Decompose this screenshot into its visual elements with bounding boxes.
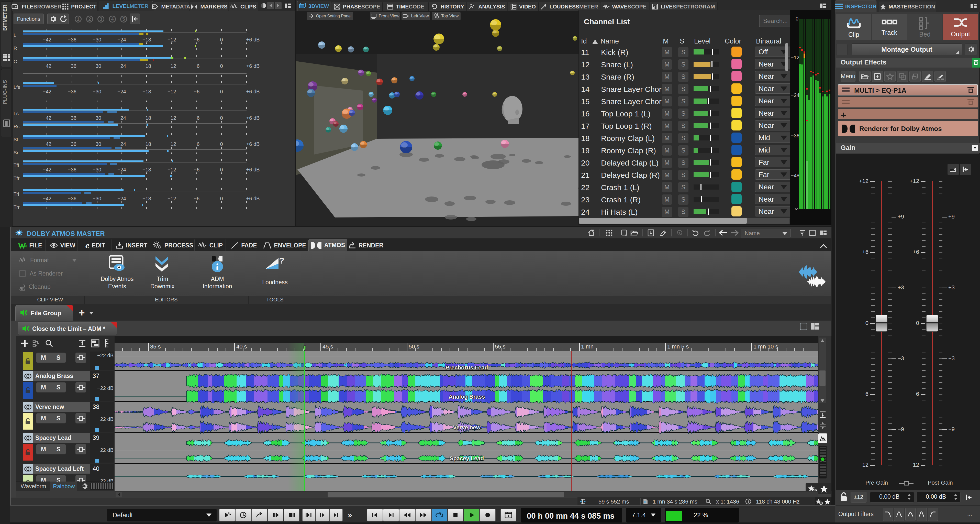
svg-text:?: ? xyxy=(279,256,285,265)
